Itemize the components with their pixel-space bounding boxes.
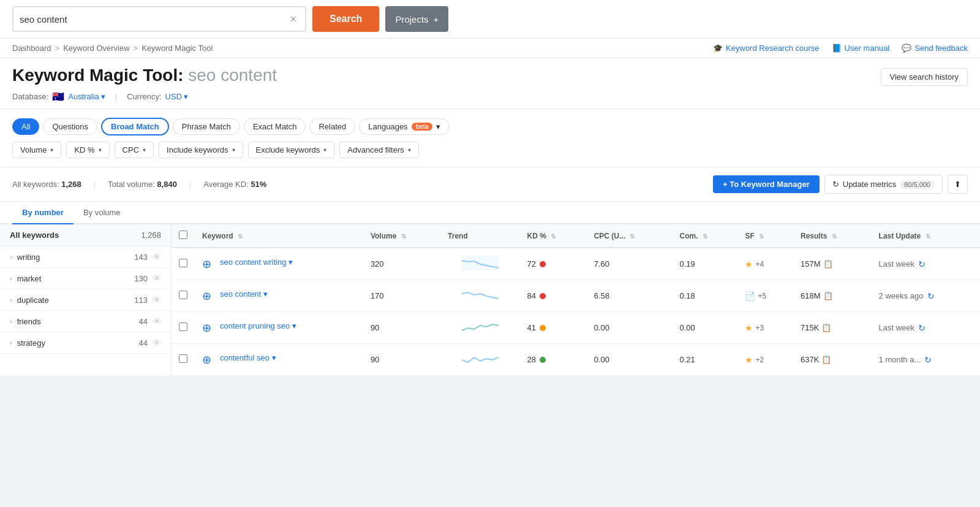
view-search-history-button[interactable]: View search history [881, 68, 968, 86]
tab-phrase-match[interactable]: Phrase Match [173, 118, 240, 135]
cpc-value: 0.00 [594, 323, 609, 332]
kd-cell: 41 [520, 312, 587, 344]
tab-languages[interactable]: Languages beta ▾ [359, 118, 450, 135]
trend-chart [462, 319, 499, 336]
to-keyword-manager-button[interactable]: + To Keyword Manager [713, 175, 820, 193]
cpc-col-header[interactable]: CPC (U... ⇅ [587, 224, 673, 248]
sidebar-item[interactable]: › strategy 44 👁 [0, 332, 171, 354]
sidebar-item-label: friends [17, 317, 41, 326]
sort-icon: ⇅ [759, 233, 764, 240]
update-metrics-button[interactable]: ↻ Update metrics 80/5,000 [824, 175, 943, 194]
eye-icon[interactable]: 👁 [153, 273, 161, 283]
database-row: Database: 🇦🇺 Australia ▾ | Currency: USD… [12, 91, 968, 102]
add-keyword-icon[interactable]: ⊕ [202, 321, 211, 335]
sidebar: All keywords 1,268 › writing 143 👁 › mar… [0, 224, 172, 376]
volume-value: 90 [371, 355, 379, 364]
include-keywords-filter[interactable]: Include keywords ▾ [159, 142, 243, 158]
export-button[interactable]: ⬆ [948, 175, 968, 194]
clear-button[interactable]: × [287, 13, 299, 25]
volume-col-header[interactable]: Volume ⇅ [363, 224, 440, 248]
keyword-link[interactable]: seo content ▾ [220, 289, 268, 299]
breadcrumb-keyword-overview[interactable]: Keyword Overview [63, 44, 129, 53]
search-input[interactable] [20, 14, 287, 25]
select-all-checkbox[interactable] [179, 231, 187, 239]
kd-col-header[interactable]: KD % ⇅ [520, 224, 587, 248]
sort-tab-by-number[interactable]: By number [12, 202, 74, 224]
tab-questions[interactable]: Questions [43, 118, 97, 135]
sidebar-item-label: writing [17, 253, 40, 262]
row-checkbox[interactable] [179, 259, 187, 267]
results-col-header[interactable]: Results ⇅ [793, 224, 872, 248]
add-keyword-icon[interactable]: ⊕ [202, 353, 211, 367]
send-feedback-link[interactable]: 💬 Send feedback [902, 44, 968, 53]
sidebar-item[interactable]: › writing 143 👁 [0, 246, 171, 268]
volume-filter[interactable]: Volume ▾ [12, 142, 61, 158]
keyword-link[interactable]: contentful seo ▾ [220, 353, 276, 362]
tab-broad-match[interactable]: Broad Match [101, 118, 169, 135]
kd-filter[interactable]: KD % ▾ [66, 142, 109, 158]
keyword-cell: ⊕ contentful seo ▾ [195, 344, 363, 376]
sidebar-item-label: strategy [17, 338, 45, 348]
sidebar-item[interactable]: › duplicate 113 👁 [0, 289, 171, 311]
sort-icon: ⇅ [832, 233, 837, 240]
add-keyword-icon[interactable]: ⊕ [202, 289, 211, 303]
results-value: 637K [801, 355, 819, 364]
sort-icon: ⇅ [551, 233, 556, 240]
keyword-research-course-link[interactable]: 🎓 Keyword Research course [713, 44, 819, 53]
row-checkbox[interactable] [179, 322, 187, 331]
tab-exact-match[interactable]: Exact Match [244, 118, 306, 135]
add-keyword-icon[interactable]: ⊕ [202, 257, 211, 271]
breadcrumb: Dashboard > Keyword Overview > Keyword M… [12, 44, 213, 53]
cpc-filter[interactable]: CPC ▾ [115, 142, 154, 158]
last-update-col-header[interactable]: Last Update ⇅ [872, 224, 980, 248]
sort-icon: ⇅ [925, 233, 930, 240]
user-manual-link[interactable]: 📘 User manual [832, 44, 890, 53]
sidebar-item-right: 44 👁 [139, 338, 161, 348]
refresh-icon[interactable]: ↻ [918, 259, 925, 269]
keyword-link[interactable]: content pruning seo ▾ [220, 321, 296, 330]
keyword-col-header[interactable]: Keyword ⇅ [195, 224, 363, 248]
search-button[interactable]: Search [312, 6, 379, 32]
eye-icon[interactable]: 👁 [153, 316, 161, 326]
breadcrumb-dashboard[interactable]: Dashboard [12, 44, 51, 53]
breadcrumb-sep1: > [55, 44, 60, 53]
refresh-icon[interactable]: ↻ [918, 323, 925, 333]
com-value: 0.21 [680, 355, 695, 364]
chevron-down-icon: ▾ [323, 147, 326, 153]
exclude-keywords-filter[interactable]: Exclude keywords ▾ [248, 142, 335, 158]
row-checkbox[interactable] [179, 291, 187, 299]
eye-icon[interactable]: 👁 [153, 252, 161, 262]
clipboard-icon: 📋 [821, 355, 831, 364]
page-header: Keyword Magic Tool: seo content View sea… [0, 58, 980, 109]
breadcrumb-keyword-magic-tool[interactable]: Keyword Magic Tool [141, 44, 213, 53]
database-dropdown[interactable]: Australia ▾ [68, 92, 105, 101]
sidebar-item[interactable]: › friends 44 👁 [0, 311, 171, 332]
cpc-value: 6.58 [594, 291, 609, 300]
com-col-header[interactable]: Com. ⇅ [673, 224, 738, 248]
sidebar-item-count: 44 [139, 338, 148, 348]
chevron-down-icon: ▾ [263, 289, 268, 299]
keyword-link[interactable]: seo content writing ▾ [220, 257, 293, 267]
refresh-icon: ↻ [832, 180, 839, 189]
refresh-icon[interactable]: ↻ [927, 291, 935, 301]
cpc-value: 0.00 [594, 355, 609, 364]
currency-dropdown[interactable]: USD ▾ [165, 92, 188, 101]
projects-button[interactable]: Projects + [385, 6, 448, 32]
sf-col-header[interactable]: SF ⇅ [737, 224, 793, 248]
database-selector: Database: 🇦🇺 Australia ▾ [12, 91, 105, 102]
chevron-down-icon: ▾ [184, 92, 188, 101]
tab-related[interactable]: Related [309, 118, 355, 135]
db-divider: | [115, 92, 117, 101]
eye-icon[interactable]: 👁 [153, 295, 161, 305]
eye-icon[interactable]: 👁 [153, 338, 161, 348]
keyword-cell: ⊕ content pruning seo ▾ [195, 312, 363, 344]
row-checkbox[interactable] [179, 354, 187, 363]
tab-all[interactable]: All [12, 118, 39, 135]
select-all-header [172, 224, 195, 248]
sidebar-item[interactable]: › market 130 👁 [0, 268, 171, 289]
results-cell: 157M 📋 [793, 248, 872, 280]
search-wrapper: × [12, 6, 306, 32]
sort-tab-by-volume[interactable]: By volume [74, 202, 130, 224]
refresh-icon[interactable]: ↻ [924, 355, 932, 365]
advanced-filters-filter[interactable]: Advanced filters ▾ [339, 142, 419, 158]
